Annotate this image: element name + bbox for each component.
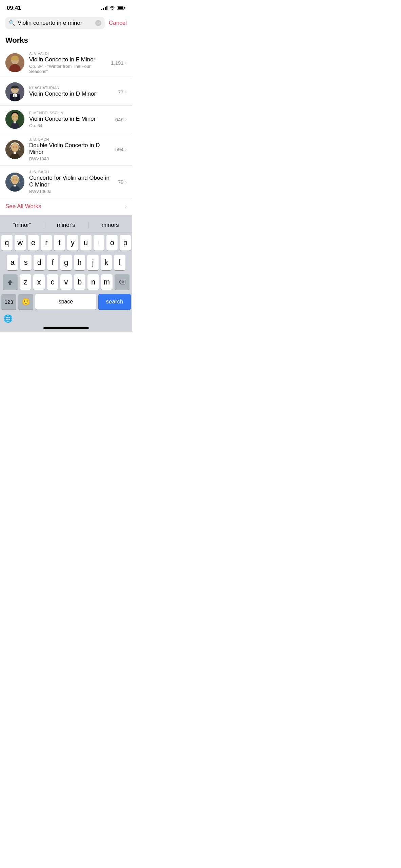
key-search[interactable]: search [98,294,131,310]
work-info-vivaldi: A. VIVALDI Violin Concerto in F Minor Op… [29,52,106,74]
keyboard-row-4: 123 🙂 space search [0,292,132,312]
work-count-wrap-bach-oboe: 79 › [118,179,127,185]
svg-point-20 [16,116,17,118]
works-heading: Works [0,33,132,47]
work-avatar-mendelssohn [5,110,24,129]
keyboard-row-2: a s d f g h j k l [0,253,132,272]
work-info-mendelssohn: F. MENDELSSOHN Violin Concerto in E Mino… [29,111,111,128]
work-count-bach-oboe: 79 [118,179,124,185]
work-title-khachaturian: Violin Concerto in D Minor [29,91,113,97]
key-123[interactable]: 123 [1,294,16,310]
chevron-icon-mendelssohn: › [125,116,127,122]
key-u[interactable]: u [80,235,92,251]
work-composer-bach-double: J. S. BACH [29,137,111,141]
work-item-bach-double[interactable]: J. S. BACH Double Violin Concerto in D M… [0,133,132,166]
work-avatar-bach2 [5,173,24,192]
work-count-khachaturian: 77 [118,89,124,95]
work-composer-mendelssohn: F. MENDELSSOHN [29,111,111,115]
predictive-row: "minor" minor's minors [0,218,132,233]
key-y[interactable]: y [67,235,78,251]
predictive-item-1[interactable]: "minor" [0,220,44,230]
svg-point-30 [16,179,17,181]
keyboard-row-1: q w e r t y u i o p [0,233,132,253]
keyboard-row-3: z x c v b n m [0,272,132,292]
key-i[interactable]: i [94,235,105,251]
work-composer-vivaldi: A. VIVALDI [29,52,106,56]
key-s[interactable]: s [20,255,32,270]
work-item-bach-oboe[interactable]: J. S. BACH Concerto for Violin and Oboe … [0,166,132,198]
works-section: Works A. VIVALDI Violin Concerto in F Mi… [0,33,132,215]
work-avatar-vivaldi [5,53,24,72]
key-emoji[interactable]: 🙂 [18,294,33,310]
svg-point-18 [12,113,18,121]
wifi-icon [109,5,115,11]
key-m[interactable]: m [101,274,113,290]
svg-point-14 [13,88,15,90]
key-n[interactable]: n [87,274,99,290]
status-time: 09:41 [7,5,21,12]
key-h[interactable]: h [74,255,85,270]
chevron-icon-vivaldi: › [125,60,127,66]
svg-point-28 [11,176,19,184]
svg-rect-31 [14,185,16,186]
work-count-wrap-vivaldi: 1,191 › [111,60,127,66]
work-item-vivaldi[interactable]: A. VIVALDI Violin Concerto in F Minor Op… [0,47,132,78]
key-b[interactable]: b [74,274,85,290]
key-z[interactable]: z [20,274,31,290]
status-icons [101,5,125,11]
clear-search-button[interactable]: ✕ [95,20,101,26]
svg-rect-1 [124,7,125,9]
key-q[interactable]: q [1,235,13,251]
key-f[interactable]: f [47,255,59,270]
key-p[interactable]: p [120,235,131,251]
chevron-icon-khachaturian: › [125,89,127,95]
work-title-vivaldi: Violin Concerto in F Minor [29,56,106,63]
key-v[interactable]: v [60,274,72,290]
key-a[interactable]: a [7,255,18,270]
key-w[interactable]: w [15,235,26,251]
key-d[interactable]: d [34,255,45,270]
status-bar: 09:41 [0,0,132,14]
search-query-text: Violin concerto in e minor [18,20,93,26]
key-l[interactable]: l [114,255,125,270]
work-count-bach-double: 594 [115,146,124,152]
predictive-item-2[interactable]: minor's [44,220,88,230]
work-title-mendelssohn: Violin Concerto in E Minor [29,116,111,122]
work-item-mendelssohn[interactable]: F. MENDELSSOHN Violin Concerto in E Mino… [0,106,132,133]
work-item-khachaturian[interactable]: KHACHATURIAN Violin Concerto in D Minor … [0,78,132,106]
work-count-wrap-khachaturian: 77 › [118,89,127,95]
work-count-wrap-bach-double: 594 › [115,146,127,153]
svg-point-29 [13,179,15,181]
work-composer-khachaturian: KHACHATURIAN [29,86,113,90]
key-delete[interactable] [115,274,129,290]
key-x[interactable]: x [33,274,45,290]
svg-rect-2 [118,6,123,9]
globe-icon[interactable]: 🌐 [3,314,13,323]
key-shift[interactable] [3,274,18,290]
see-all-works-row[interactable]: See All Works › [0,198,132,215]
work-info-bach-double: J. S. BACH Double Violin Concerto in D M… [29,137,111,161]
key-c[interactable]: c [47,274,58,290]
work-composer-bach-oboe: J. S. BACH [29,170,113,174]
work-title-bach-oboe: Concerto for Violin and Oboe in C Minor [29,175,113,188]
key-k[interactable]: k [101,255,112,270]
work-subtitle-mendelssohn: Op. 64 [29,123,111,128]
search-input-wrap[interactable]: 🔍 Violin concerto in e minor ✕ [5,17,105,29]
key-g[interactable]: g [60,255,72,270]
key-r[interactable]: r [41,235,52,251]
svg-point-25 [16,146,17,148]
svg-point-24 [13,146,15,148]
key-j[interactable]: j [87,255,99,270]
chevron-icon-bach-oboe: › [125,179,127,185]
key-o[interactable]: o [106,235,118,251]
svg-rect-21 [14,121,16,123]
work-subtitle-bach-oboe: BWV1060a [29,189,113,194]
key-space[interactable]: space [35,294,96,310]
battery-icon [117,5,125,11]
key-e[interactable]: e [28,235,39,251]
search-bar-row: 🔍 Violin concerto in e minor ✕ Cancel [0,14,132,33]
home-indicator [43,327,89,329]
predictive-item-3[interactable]: minors [88,220,132,230]
key-t[interactable]: t [54,235,65,251]
cancel-button[interactable]: Cancel [109,20,127,26]
